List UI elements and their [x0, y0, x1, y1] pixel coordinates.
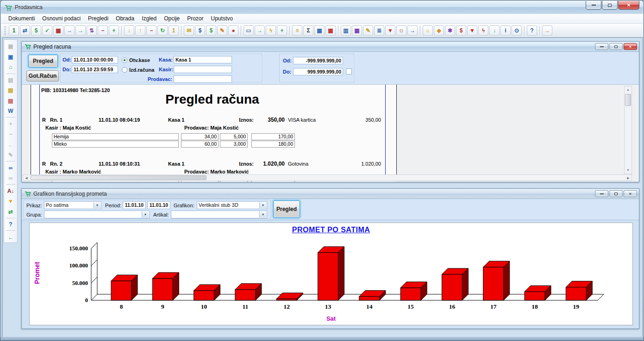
- chevron-down-icon[interactable]: ▼: [259, 202, 266, 208]
- zoom-in-icon[interactable]: +: [6, 119, 16, 129]
- amount-checkbox[interactable]: [346, 68, 352, 74]
- exchange-money-icon[interactable]: $: [31, 25, 41, 36]
- price-table-icon[interactable]: ▦: [325, 25, 336, 36]
- scroll-left-arrow[interactable]: ◀: [23, 175, 30, 181]
- otv-kase-radio[interactable]: [122, 57, 127, 63]
- scroll-down-arrow[interactable]: ▼: [625, 167, 631, 174]
- export-folder-icon[interactable]: ↑: [135, 25, 145, 36]
- filter-icon[interactable]: ▼: [6, 197, 16, 206]
- download-box-icon[interactable]: ↓: [489, 25, 500, 36]
- filter-window-icon[interactable]: ▼: [385, 25, 395, 36]
- fit-window-icon[interactable]: ⇄: [6, 207, 16, 217]
- close-button[interactable]: ×: [618, 1, 639, 10]
- exit-icon[interactable]: →: [542, 25, 552, 36]
- izd-racuna-radio[interactable]: [122, 67, 127, 73]
- sum-icon[interactable]: Σ: [303, 25, 313, 36]
- coin-out-icon[interactable]: $: [206, 25, 216, 36]
- edit-stamp-icon[interactable]: ✎: [6, 150, 16, 160]
- menu-item-obrada[interactable]: Obrada: [112, 14, 138, 23]
- chevron-down-icon[interactable]: ▼: [259, 211, 266, 217]
- export-word-icon[interactable]: W: [6, 106, 16, 116]
- title-bar[interactable]: Prodavnica ×: [1, 1, 643, 14]
- maximize-button[interactable]: [609, 190, 623, 197]
- pregled-window-titlebar[interactable]: Pregled racuna ×: [22, 42, 639, 52]
- menu-item-prozor[interactable]: Prozor: [183, 14, 207, 23]
- grupa-combo[interactable]: ▼: [44, 211, 150, 218]
- refresh-page-icon[interactable]: ↻: [157, 25, 168, 36]
- remove-page-icon[interactable]: −: [146, 25, 156, 36]
- kasir-field[interactable]: [174, 66, 232, 73]
- grafikon-window-titlebar[interactable]: Grafikon finansijskog prometa ×: [22, 189, 639, 199]
- menu-item-opcije[interactable]: Opcije: [160, 14, 183, 23]
- menu-item-dokumenti[interactable]: Dokumenti: [5, 14, 38, 23]
- menu-item-izgled[interactable]: Izgled: [138, 14, 160, 23]
- find-next-icon[interactable]: ∞: [6, 174, 16, 183]
- scroll-up-arrow[interactable]: ▲: [625, 87, 631, 93]
- coins-icon[interactable]: 1: [169, 25, 179, 36]
- artikal-combo[interactable]: ▼: [171, 211, 267, 218]
- quick-window-icon[interactable]: ϟ: [266, 25, 276, 36]
- minimize-button[interactable]: [586, 1, 601, 10]
- alert-icon[interactable]: ▼: [467, 25, 477, 36]
- tag-label-icon[interactable]: ◆: [434, 25, 444, 36]
- report-vertical-scrollbar[interactable]: ▲ ▼: [624, 86, 632, 174]
- prodavac-field[interactable]: [174, 75, 232, 83]
- amount-do-field[interactable]: 999.999.999,00: [293, 68, 343, 75]
- chart-add-icon[interactable]: +: [277, 25, 287, 36]
- help-icon[interactable]: ?: [527, 25, 537, 36]
- toolbar-grip[interactable]: [5, 26, 6, 35]
- mark-document-icon[interactable]: ●: [228, 25, 238, 36]
- restore-button[interactable]: [602, 1, 618, 10]
- notes-icon[interactable]: ≡: [292, 25, 302, 36]
- chevron-down-icon[interactable]: ▼: [94, 202, 100, 208]
- minimize-button[interactable]: [595, 190, 608, 197]
- forward-document-icon[interactable]: →: [64, 25, 75, 36]
- grid-view-icon[interactable]: ▦: [352, 25, 362, 36]
- remove-document-icon[interactable]: −: [98, 25, 108, 36]
- copy-pages-icon[interactable]: ≣: [374, 25, 384, 36]
- amount-od-field[interactable]: -999.999.999,00: [293, 57, 343, 64]
- import-folder-icon[interactable]: ↓: [124, 25, 134, 36]
- grafikon-combo[interactable]: Vertikalni stub 3D▼: [197, 201, 267, 209]
- sort-az-icon[interactable]: A↓: [6, 186, 16, 196]
- price-book-icon[interactable]: $: [456, 25, 466, 36]
- columns-view-icon[interactable]: ▥: [341, 25, 351, 36]
- got-racun-button[interactable]: Got.Račun: [26, 70, 59, 81]
- goto-window-icon[interactable]: →: [407, 25, 418, 36]
- close-button[interactable]: ×: [624, 43, 637, 50]
- save-report-icon[interactable]: ▣: [6, 52, 16, 62]
- od-datetime-field[interactable]: 11.01.10 00:00:00: [72, 56, 118, 63]
- tips-bulb-icon[interactable]: ☼: [423, 25, 433, 36]
- chevron-down-icon[interactable]: ▼: [142, 211, 149, 217]
- pos-terminal-icon[interactable]: ▭: [244, 25, 254, 36]
- kasa-field[interactable]: Kasa 1: [174, 56, 232, 63]
- refresh-document-icon[interactable]: ⇄: [20, 25, 30, 36]
- time-info-icon[interactable]: i: [500, 25, 511, 36]
- user-window-icon[interactable]: ☺: [396, 25, 406, 36]
- log-book-icon[interactable]: ϟ: [478, 25, 488, 36]
- sort-document-icon[interactable]: ⇅: [87, 25, 97, 36]
- scroll-thumb[interactable]: [31, 175, 206, 180]
- scheduler-clock-icon[interactable]: ⊙: [512, 25, 522, 36]
- open-window-icon[interactable]: →: [255, 25, 265, 36]
- zoom-out-icon[interactable]: −: [6, 130, 16, 139]
- verify-document-icon[interactable]: ✓: [42, 25, 52, 36]
- back-icon[interactable]: ←: [6, 232, 16, 242]
- add-document-icon[interactable]: +: [109, 25, 119, 36]
- save-archive-icon[interactable]: ⌂: [6, 62, 16, 72]
- export-document-icon[interactable]: →: [75, 25, 86, 36]
- find-icon[interactable]: ∞: [6, 163, 16, 173]
- send-mail-icon[interactable]: ✉: [184, 25, 194, 36]
- close-button[interactable]: ×: [624, 190, 637, 197]
- menu-item-uputstvo[interactable]: Uputstvo: [207, 14, 237, 23]
- print-icon[interactable]: ▤: [6, 75, 16, 85]
- table-icon[interactable]: ▦: [314, 25, 325, 36]
- report-horizontal-scrollbar[interactable]: ◀ ▶: [23, 174, 632, 181]
- maximize-button[interactable]: [609, 43, 623, 50]
- prikaz-combo[interactable]: Po satima▼: [44, 201, 101, 209]
- minimize-button[interactable]: [595, 43, 608, 50]
- menu-item-osnovni-podaci[interactable]: Osnovni podaci: [38, 14, 84, 23]
- settings-gear-icon[interactable]: ✱: [445, 25, 455, 36]
- print-setup-icon[interactable]: ▤: [6, 96, 16, 105]
- coin-in-icon[interactable]: $: [195, 25, 205, 36]
